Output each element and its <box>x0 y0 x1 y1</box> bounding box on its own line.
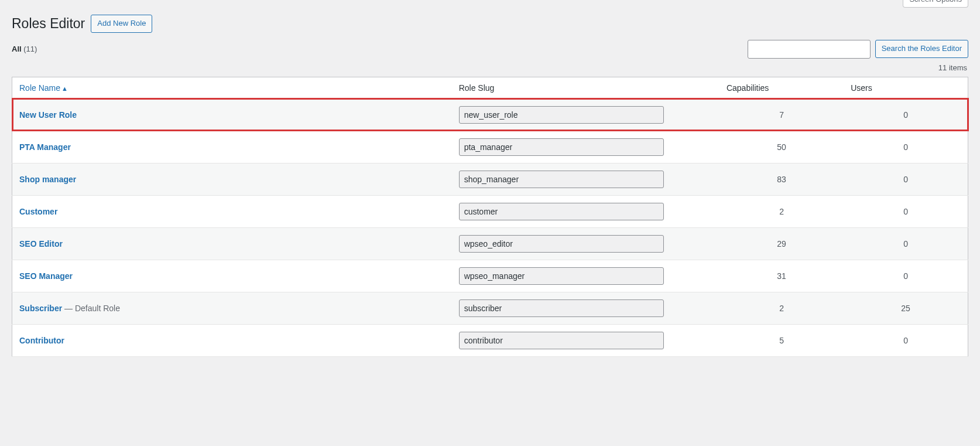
role-users: 0 <box>844 131 968 163</box>
items-count: 11 items <box>938 63 967 72</box>
role-name-link[interactable]: New User Role <box>19 110 77 120</box>
page-title: Roles Editor <box>12 16 85 32</box>
role-slug-input[interactable] <box>459 267 664 285</box>
role-slug-input[interactable] <box>459 171 664 188</box>
role-capabilities: 50 <box>719 131 844 163</box>
role-name-link[interactable]: Customer <box>19 207 57 216</box>
role-slug-input[interactable] <box>459 235 664 253</box>
role-slug-input[interactable] <box>459 138 664 156</box>
role-name-link[interactable]: Contributor <box>19 336 64 345</box>
role-capabilities: 83 <box>719 163 844 195</box>
role-slug-input[interactable] <box>459 106 664 124</box>
filter-links: All (11) <box>12 45 37 53</box>
role-capabilities: 7 <box>719 98 844 131</box>
role-users: 0 <box>844 260 968 292</box>
role-name-link[interactable]: PTA Manager <box>19 142 71 152</box>
table-row: SEO Editor290 <box>12 227 968 260</box>
table-row: SEO Manager310 <box>12 260 968 292</box>
role-name-link[interactable]: Shop manager <box>19 175 76 184</box>
role-slug-input[interactable] <box>459 332 664 349</box>
search-button[interactable]: Search the Roles Editor <box>875 40 968 58</box>
sort-asc-icon: ▲ <box>61 85 68 92</box>
table-row: PTA Manager500 <box>12 131 968 163</box>
filter-all-count: (11) <box>23 45 37 53</box>
role-name-link[interactable]: SEO Editor <box>19 239 63 248</box>
role-capabilities: 5 <box>719 324 844 356</box>
filter-all-link[interactable]: All <box>12 45 22 53</box>
roles-table: Role Name▲ Role Slug Capabilities Users … <box>12 77 968 357</box>
role-capabilities: 29 <box>719 227 844 260</box>
search-input[interactable] <box>748 40 871 59</box>
role-users: 0 <box>844 324 968 356</box>
role-users: 25 <box>844 292 968 324</box>
screen-options-button[interactable]: Screen Options <box>903 0 968 8</box>
add-new-role-button[interactable]: Add New Role <box>91 15 152 33</box>
table-row: Subscriber — Default Role225 <box>12 292 968 324</box>
role-name-link[interactable]: SEO Manager <box>19 271 73 281</box>
role-users: 0 <box>844 195 968 227</box>
role-capabilities: 31 <box>719 260 844 292</box>
role-name-link[interactable]: Subscriber <box>19 304 62 313</box>
role-slug-input[interactable] <box>459 299 664 317</box>
table-row: Customer20 <box>12 195 968 227</box>
column-users: Users <box>844 77 968 98</box>
column-role-name[interactable]: Role Name▲ <box>12 77 452 98</box>
role-users: 0 <box>844 227 968 260</box>
default-role-label: — Default Role <box>62 304 120 313</box>
column-capabilities: Capabilities <box>719 77 844 98</box>
table-row: Shop manager830 <box>12 163 968 195</box>
role-capabilities: 2 <box>719 292 844 324</box>
role-capabilities: 2 <box>719 195 844 227</box>
role-users: 0 <box>844 163 968 195</box>
role-slug-input[interactable] <box>459 203 664 220</box>
table-row: Contributor50 <box>12 324 968 356</box>
table-row: New User Role70 <box>12 98 968 131</box>
column-role-slug: Role Slug <box>452 77 719 98</box>
role-users: 0 <box>844 98 968 131</box>
